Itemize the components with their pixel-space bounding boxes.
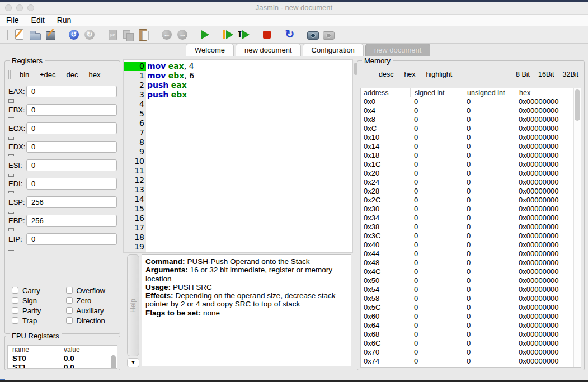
editor-gutter-9[interactable]: 9: [124, 147, 146, 157]
registers-format-hex-button[interactable]: hex: [88, 70, 100, 79]
open-icon[interactable]: [28, 27, 43, 42]
editor-gutter-16[interactable]: 16: [124, 214, 146, 223]
tab-configuration-2[interactable]: Configuration: [303, 44, 364, 56]
memory-col-address[interactable]: address: [361, 88, 410, 97]
editor-gutter-8[interactable]: 8: [124, 138, 146, 147]
editor-line-14[interactable]: 14: [124, 195, 352, 204]
memory-row-0x10[interactable]: 0x10000x00000000: [361, 133, 573, 142]
code-editor[interactable]: 0mov eax, 41mov ebx, 62push eax3push ebx…: [123, 59, 353, 253]
zoom-window-button[interactable]: [27, 4, 34, 11]
memory-row-0x58[interactable]: 0x58000x00000000: [361, 294, 573, 303]
editor-gutter-10[interactable]: 10: [124, 157, 146, 166]
flag-checkbox-zero[interactable]: [66, 297, 73, 304]
close-window-button[interactable]: [5, 4, 12, 11]
run-icon[interactable]: [198, 27, 213, 42]
memory-row-0x4C[interactable]: 0x4C000x00000000: [361, 267, 573, 276]
flag-checkbox-parity[interactable]: [12, 307, 18, 314]
memory-toolbar-drag-handle[interactable]: [361, 70, 363, 79]
memory-row-0x48[interactable]: 0x48000x00000000: [361, 258, 573, 267]
memory-highlight-button[interactable]: highlight: [426, 70, 453, 78]
registers-format-bin-button[interactable]: bin: [20, 70, 29, 79]
register-expand-edi[interactable]: [8, 191, 14, 195]
memory-scrollbar-thumb[interactable]: [575, 89, 580, 121]
editor-line-18[interactable]: 18: [124, 233, 352, 242]
memory-row-0x44[interactable]: 0x44000x00000000: [361, 249, 573, 258]
memory-row-0x14[interactable]: 0x14000x00000000: [361, 142, 573, 151]
register-input-ecx[interactable]: [26, 122, 117, 134]
memory-col-signed-int[interactable]: signed int: [410, 88, 463, 97]
memory-row-0x74[interactable]: 0x74000x00000000: [361, 357, 573, 366]
minimize-window-button[interactable]: [16, 4, 23, 11]
reset-icon[interactable]: [283, 27, 297, 42]
flag-checkbox-sign[interactable]: [12, 297, 18, 304]
memory-row-0x68[interactable]: 0x68000x00000000: [361, 330, 573, 339]
register-input-edx[interactable]: [26, 141, 117, 153]
editor-gutter-4[interactable]: 4: [124, 100, 146, 109]
editor-line-2[interactable]: 2push eax: [124, 81, 352, 90]
memory-row-0x3C[interactable]: 0x3C000x00000000: [361, 232, 573, 240]
memory-row-0x38[interactable]: 0x38000x00000000: [361, 223, 573, 232]
editor-line-15[interactable]: 15: [124, 204, 352, 214]
fpu-col-name[interactable]: name: [8, 346, 59, 354]
flag-checkbox-overflow[interactable]: [66, 287, 73, 294]
editor-gutter-13[interactable]: 13: [124, 185, 146, 195]
register-input-ebx[interactable]: [26, 104, 117, 116]
editor-gutter-7[interactable]: 7: [124, 128, 146, 138]
menu-edit[interactable]: Edit: [31, 16, 45, 25]
editor-line-7[interactable]: 7: [124, 128, 352, 138]
register-expand-ebp[interactable]: [8, 228, 14, 232]
register-input-esp[interactable]: [26, 196, 117, 208]
memory-row-0x60[interactable]: 0x60000x00000000: [361, 312, 573, 321]
memory-row-0x18[interactable]: 0x18000x00000000: [361, 151, 573, 160]
memory-8-bit-button[interactable]: 8 Bit: [516, 70, 530, 78]
memory-scrollbar[interactable]: [573, 88, 581, 367]
registers-toolbar-drag-handle[interactable]: [8, 70, 11, 79]
memory-row-0x30[interactable]: 0x30000x00000000: [361, 205, 573, 214]
editor-gutter-5[interactable]: 5: [124, 109, 146, 119]
undo-icon[interactable]: [67, 27, 81, 42]
editor-gutter-6[interactable]: 6: [124, 119, 146, 128]
new-icon[interactable]: [12, 27, 27, 42]
memory-row-0x40[interactable]: 0x40000x00000000: [361, 240, 573, 249]
tab-welcome-0[interactable]: Welcome: [186, 44, 234, 56]
editor-line-5[interactable]: 5: [124, 109, 352, 119]
memory-hex-button[interactable]: hex: [404, 70, 415, 78]
memory-row-0x34[interactable]: 0x34000x00000000: [361, 214, 573, 223]
register-expand-esi[interactable]: [8, 173, 14, 177]
editor-gutter-1[interactable]: 1: [124, 71, 146, 81]
tab-new-document-3[interactable]: new document: [365, 44, 431, 56]
memory-row-0x6C[interactable]: 0x6C000x00000000: [361, 339, 573, 348]
memory-row-0x28[interactable]: 0x28000x00000000: [361, 187, 573, 196]
editor-gutter-3[interactable]: 3: [124, 90, 146, 100]
memory-col-unsigned-int[interactable]: unsigned int: [463, 88, 515, 97]
save-icon[interactable]: [44, 27, 58, 42]
fpu-col-value[interactable]: value: [59, 346, 109, 354]
editor-gutter-0[interactable]: 0: [124, 62, 146, 71]
register-input-edi[interactable]: [26, 178, 117, 190]
help-collapse-button[interactable]: ▼: [127, 358, 139, 367]
register-input-esi[interactable]: [26, 159, 117, 171]
register-expand-ebx[interactable]: [8, 117, 14, 121]
snapshot-icon[interactable]: [305, 27, 320, 42]
memory-row-0x1C[interactable]: 0x1C000x00000000: [361, 160, 573, 169]
memory-row-0x54[interactable]: 0x54000x00000000: [361, 285, 573, 294]
editor-line-9[interactable]: 9: [124, 147, 352, 157]
editor-line-1[interactable]: 1mov ebx, 6: [124, 71, 352, 81]
register-expand-ecx[interactable]: [8, 136, 14, 140]
toolbar-drag-handle[interactable]: [6, 30, 8, 40]
registers-format-dec-button[interactable]: ±dec: [40, 70, 55, 79]
editor-gutter-17[interactable]: 17: [124, 223, 146, 233]
editor-gutter-15[interactable]: 15: [124, 204, 146, 214]
memory-row-0x24[interactable]: 0x24000x00000000: [361, 178, 573, 187]
register-input-eax[interactable]: [26, 86, 117, 97]
register-input-ebp[interactable]: [26, 215, 117, 227]
flag-checkbox-auxiliary[interactable]: [66, 307, 73, 314]
stop-icon[interactable]: [260, 27, 274, 42]
memory-row-0x4[interactable]: 0x4000x00000000: [361, 106, 573, 115]
flag-checkbox-trap[interactable]: [12, 317, 18, 324]
register-expand-eax[interactable]: [8, 99, 14, 103]
editor-line-8[interactable]: 8: [124, 138, 352, 147]
fpu-row-st1[interactable]: ST10.0: [8, 363, 117, 369]
editor-line-10[interactable]: 10: [124, 157, 352, 166]
tab-new-document-1[interactable]: new document: [236, 44, 301, 56]
